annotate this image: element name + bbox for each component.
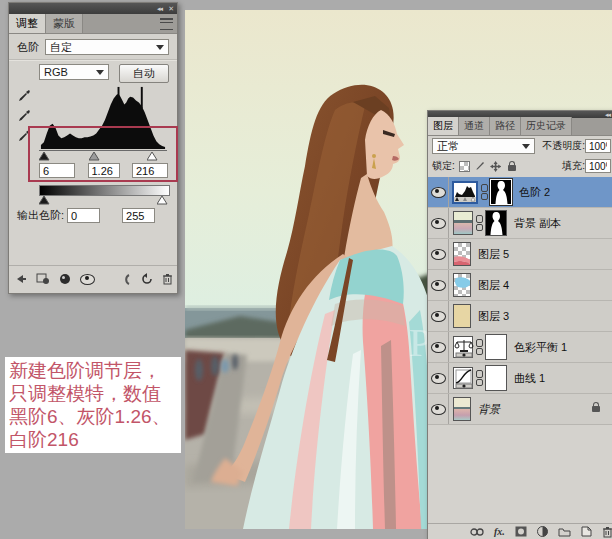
layer-mask-thumbnail[interactable] [485, 334, 507, 360]
output-gradient-bar [39, 185, 170, 196]
eye-icon [431, 404, 446, 415]
layer-name: 背景 副本 [514, 216, 561, 231]
delete-adjustment-trash-icon[interactable] [162, 273, 173, 285]
background-layer-thumbnail[interactable] [453, 397, 471, 421]
layer-style-fx-icon[interactable]: fx. [494, 526, 505, 537]
layers-tabrow: 图层 通道 路径 历史记录 [428, 118, 612, 136]
layer-name: 图层 5 [478, 247, 509, 262]
tab-layers[interactable]: 图层 [428, 117, 459, 135]
visibility-toggle[interactable] [428, 177, 449, 207]
output-black-input[interactable] [67, 208, 100, 223]
visibility-toggle[interactable] [428, 208, 449, 238]
layer-mask-link-icon[interactable] [475, 339, 483, 355]
layer-row-layer-5[interactable]: 图层 5 [428, 239, 612, 270]
layer-name: 背景 [478, 402, 500, 417]
chevron-down-icon [522, 144, 530, 149]
return-to-adjustment-list-icon[interactable] [15, 274, 27, 284]
lock-move-icon[interactable] [490, 160, 502, 172]
add-layer-mask-icon[interactable] [515, 526, 527, 537]
channel-select[interactable]: RGB [39, 64, 109, 80]
divider [9, 265, 177, 266]
new-layer-icon[interactable] [581, 526, 592, 537]
layer-image-thumbnail[interactable] [453, 211, 473, 235]
photoshop-workspace: P ◂◂ ✕ 调整 蒙版 色阶 自定 RGB 自动 [0, 0, 612, 539]
layer-mask-thumbnail[interactable] [485, 210, 507, 236]
tab-masks[interactable]: 蒙版 [46, 14, 83, 33]
layers-panel: ◂◂ 图层 通道 路径 历史记录 正常 不透明度: 锁定: [427, 110, 612, 539]
gray-point-eyedropper-icon[interactable] [18, 109, 31, 122]
layer-row-curves-1[interactable]: 曲线 1 [428, 363, 612, 394]
tab-channels[interactable]: 通道 [459, 117, 490, 135]
adjustment-type-label: 色阶 [17, 40, 39, 55]
levels-adjustment-thumbnail[interactable] [452, 181, 478, 204]
lock-all-icon[interactable] [508, 162, 516, 171]
chevron-down-icon [96, 70, 104, 75]
layer-image-thumbnail[interactable] [453, 242, 471, 266]
curves-adjustment-thumbnail[interactable] [453, 367, 473, 389]
layer-row-layer-3[interactable]: 图层 3 [428, 301, 612, 332]
layer-row-color-balance-1[interactable]: 色彩平衡 1 [428, 332, 612, 363]
layer-image-thumbnail[interactable] [453, 273, 471, 297]
close-panel-icon[interactable]: ✕ [168, 5, 173, 12]
lock-label: 锁定: [432, 159, 455, 173]
color-balance-adjustment-thumbnail[interactable] [453, 336, 473, 358]
link-layers-icon[interactable] [470, 528, 484, 536]
eye-icon [431, 249, 446, 260]
lock-transparency-icon[interactable] [459, 161, 470, 172]
collapse-panel-icon[interactable]: ◂◂ [157, 5, 162, 12]
output-levels-label: 输出色阶: [17, 208, 64, 223]
layer-row-background[interactable]: 背景 [428, 394, 612, 425]
adjustments-titlebar: ◂◂ ✕ [9, 3, 177, 14]
clip-to-layer-icon[interactable] [36, 273, 50, 285]
layer-mask-link-icon[interactable] [475, 370, 483, 386]
visibility-toggle[interactable] [428, 363, 449, 393]
opacity-input[interactable] [585, 139, 611, 153]
layer-mask-link-icon[interactable] [480, 184, 488, 200]
tab-history[interactable]: 历史记录 [521, 117, 572, 135]
layer-row-layer-4[interactable]: 图层 4 [428, 270, 612, 301]
note-line: 白阶216 [9, 428, 177, 451]
layer-row-levels-2[interactable]: 色阶 2 [428, 177, 612, 208]
new-group-folder-icon[interactable] [558, 527, 571, 537]
visibility-toggle[interactable] [428, 394, 449, 424]
tab-adjustments[interactable]: 调整 [9, 14, 46, 33]
black-point-eyedropper-icon[interactable] [18, 89, 31, 102]
annotation-note: 新建色阶调节层， 只调整模特，数值 黑阶6、灰阶1.26、 白阶216 [5, 357, 181, 453]
output-white-input[interactable] [122, 208, 155, 223]
layer-mask-thumbnail[interactable] [485, 365, 507, 391]
view-previous-state-eye-icon[interactable] [80, 274, 95, 285]
chevron-down-icon [156, 45, 164, 50]
levels-preset-select[interactable]: 自定 [45, 39, 169, 55]
new-adjustment-layer-icon[interactable] [537, 526, 548, 537]
auto-button[interactable]: 自动 [119, 64, 169, 83]
eye-icon [431, 342, 446, 353]
layer-name: 色彩平衡 1 [514, 340, 567, 355]
layer-mask-link-icon[interactable] [475, 215, 483, 231]
tab-paths[interactable]: 路径 [490, 117, 521, 135]
fill-input[interactable] [585, 159, 611, 173]
visibility-toggle[interactable] [428, 301, 449, 331]
fill-label: 填充: [562, 159, 585, 173]
blend-mode-select[interactable]: 正常 [432, 138, 535, 154]
layer-mask-thumbnail[interactable] [490, 179, 512, 205]
channel-value: RGB [44, 66, 68, 78]
visibility-toggle[interactable] [428, 239, 449, 269]
background-lock-icon [592, 406, 600, 412]
toggle-visibility-icon[interactable] [59, 273, 71, 285]
visibility-toggle[interactable] [428, 332, 449, 362]
lock-paint-brush-icon[interactable] [474, 160, 486, 172]
delete-layer-trash-icon[interactable] [602, 526, 612, 538]
layer-row-background-copy[interactable]: 背景 副本 [428, 208, 612, 239]
visibility-toggle[interactable] [428, 270, 449, 300]
output-black-slider[interactable] [39, 196, 50, 205]
collapse-panel-icon[interactable]: ◂◂ [605, 111, 610, 118]
adjustments-tabrow: 调整 蒙版 [9, 14, 177, 34]
panel-menu-icon[interactable] [160, 18, 173, 30]
layer-image-thumbnail[interactable] [453, 304, 471, 328]
layer-name: 曲线 1 [514, 371, 545, 386]
previous-state-icon[interactable] [121, 274, 132, 285]
eye-icon [431, 218, 446, 229]
note-line: 新建色阶调节层， [9, 359, 177, 382]
reset-adjustment-icon[interactable] [141, 273, 153, 285]
output-white-slider[interactable] [157, 196, 168, 205]
